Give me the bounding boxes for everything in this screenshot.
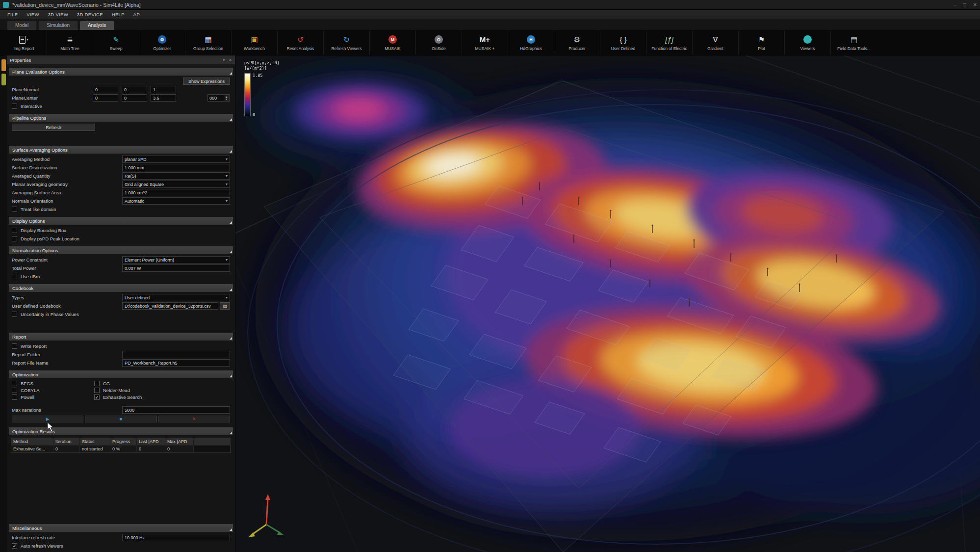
power-constraint-select[interactable]: Element Power (Uniform) (122, 256, 230, 263)
function-of-electric-button[interactable]: [ƒ] Function of Electric (646, 31, 693, 54)
section-surface-averaging[interactable]: Surface Averaging Options (9, 146, 233, 154)
nelder-mead-checkbox[interactable] (94, 388, 100, 393)
exhaustive-search-checkbox[interactable] (94, 394, 100, 400)
menu-view[interactable]: VIEW (22, 11, 43, 18)
surface-discretization-field[interactable]: 1.000 mm (122, 164, 230, 171)
cobyla-checkbox[interactable] (12, 388, 17, 393)
plane-center-y-field[interactable]: 0 (122, 94, 147, 102)
planar-geometry-select[interactable]: Grid aligned Square (122, 181, 230, 188)
stop-icon: ■ (120, 417, 122, 421)
stop-optimization-button[interactable]: ■ (85, 416, 156, 422)
refresh-viewers-button[interactable]: ↻ Refresh Viewers (324, 31, 370, 54)
optimizer-button[interactable]: ⚙ Optimizer (139, 31, 185, 54)
plot-button[interactable]: ⚑ Plot (739, 31, 785, 54)
report-folder-field[interactable] (122, 351, 230, 358)
section-normalization-options[interactable]: Normalization Options (9, 246, 233, 254)
minimize-button[interactable]: – (954, 2, 956, 7)
section-optimization-results[interactable]: Optimization Results (9, 427, 233, 435)
write-report-checkbox[interactable] (12, 343, 17, 349)
section-optimization[interactable]: Optimization (9, 370, 233, 378)
viewport-3d-scene[interactable] (235, 55, 980, 552)
reset-analysis-button[interactable]: ↺ Reset Analysis (278, 31, 324, 54)
math-tree-button[interactable]: ≣ Math Tree (47, 31, 93, 54)
hdgraphics-button[interactable]: H HdGraphics (508, 31, 554, 54)
menu-3d-view[interactable]: 3D VIEW (44, 11, 73, 18)
codebook-type-select[interactable]: User defined (122, 294, 230, 301)
tab-simulation[interactable]: Simulation (38, 21, 78, 30)
onside-icon: O (435, 35, 443, 45)
plane-normal-x-field[interactable]: 0 (93, 86, 118, 93)
workbench-button[interactable]: ▣ Workbench (232, 31, 278, 54)
user-defined-button[interactable]: { } User Defined (600, 31, 646, 54)
gradient-button[interactable]: ∇ Gradient (693, 31, 739, 54)
powell-checkbox[interactable] (12, 394, 17, 400)
img-report-button[interactable]: ▾ Img Report (1, 31, 47, 54)
menu-file[interactable]: FILE (3, 11, 22, 18)
panel-pin-icon[interactable]: ▾ (223, 58, 225, 62)
interactive-checkbox[interactable] (12, 104, 17, 109)
legend-max-value: 1.85 (253, 73, 262, 78)
section-plane-evaluation-options[interactable]: Plane Evaluation Options (9, 68, 233, 76)
cg-checkbox[interactable] (94, 381, 100, 386)
musaik-button[interactable]: M MUSAIK (370, 31, 416, 54)
producer-gears-icon: ⚙ (574, 35, 580, 45)
uncertainty-checkbox[interactable] (12, 312, 17, 317)
refresh-button[interactable]: Refresh (12, 124, 95, 131)
field-data-tools-button[interactable]: ▤ Field Data Tools... (831, 31, 877, 54)
plane-center-label: PlaneCenter (12, 95, 93, 101)
group-selection-button[interactable]: ▦ Group Selection (185, 31, 232, 54)
tab-analysis[interactable]: Analysis (79, 21, 114, 30)
section-codebook[interactable]: Codebook (9, 284, 233, 292)
axis-z-arrow (265, 494, 270, 500)
onside-button[interactable]: O OnSide (416, 31, 462, 54)
averaged-quantity-select[interactable]: Re(S) (122, 172, 230, 180)
maximize-button[interactable]: □ (963, 2, 966, 7)
sweep-button[interactable]: ✎ Sweep (93, 31, 139, 54)
spinner-arrows-icon[interactable]: ▲▼ (225, 94, 230, 102)
cancel-optimization-button[interactable]: ✕ (158, 416, 230, 422)
use-dbm-checkbox[interactable] (12, 274, 17, 279)
normals-orientation-select[interactable]: Automatic (122, 197, 230, 205)
plane-normal-y-field[interactable]: 0 (122, 86, 147, 93)
section-report[interactable]: Report (9, 333, 233, 341)
browse-folder-icon[interactable]: ▤ (220, 302, 230, 310)
refresh-icon: ↻ (343, 35, 350, 45)
max-iterations-field[interactable]: 5000 (122, 406, 230, 414)
bfgs-checkbox[interactable] (12, 381, 17, 386)
total-power-field[interactable]: 0.007 W (122, 264, 230, 272)
tab-model[interactable]: Model (7, 21, 37, 30)
musaik-plus-button[interactable]: M+ MUSAIK + (462, 31, 508, 54)
section-pipeline-options[interactable]: Pipeline Options (9, 114, 233, 122)
auto-refresh-checkbox[interactable] (12, 543, 17, 549)
refresh-rate-field[interactable]: 10.000 Hz (122, 534, 230, 541)
averaging-area-field[interactable]: 1.000 cm^2 (122, 189, 230, 196)
panel-close-icon[interactable]: ✕ (229, 58, 232, 62)
viewers-button[interactable]: Viewers (785, 31, 831, 54)
dock-tab-tree[interactable] (1, 74, 6, 85)
menu-ap[interactable]: AP (129, 11, 144, 18)
show-expressions-button[interactable]: Show Expressions (183, 78, 230, 85)
table-row[interactable]: Exhaustive Se... 0 not started 0 % 0 0 (11, 445, 231, 452)
producer-button[interactable]: ⚙ Producer (554, 31, 600, 54)
section-miscellaneous[interactable]: Miscellaneous (9, 524, 233, 532)
plane-center-z-field[interactable]: 3.6 (151, 94, 176, 102)
brush-icon: ✎ (113, 35, 119, 45)
mode-tab-row: Model Simulation Analysis (0, 19, 980, 30)
close-button[interactable]: ✕ (973, 2, 977, 7)
plane-center-x-field[interactable]: 0 (93, 94, 118, 102)
menu-help[interactable]: HELP (107, 11, 129, 18)
run-optimization-button[interactable]: ▶ (12, 416, 83, 422)
codebook-path-field[interactable]: D:\codebook_validation_device_32ports.cs… (122, 302, 218, 310)
averaging-method-select[interactable]: planar xPD (122, 156, 230, 163)
treat-like-domain-checkbox[interactable] (12, 207, 17, 212)
report-file-field[interactable]: PD_Workbench_Report.h5 (122, 359, 230, 367)
plane-normal-z-field[interactable]: 1 (151, 86, 176, 93)
viewport-3d[interactable]: psPD[x,y,z,f0] [W/(m^2)] 1.85 0 (235, 55, 980, 552)
menu-3d-device[interactable]: 3D DEVICE (73, 11, 107, 18)
plane-spinner[interactable]: 800 ▲▼ (207, 94, 230, 102)
section-display-options[interactable]: Display Options (9, 217, 233, 225)
reset-icon: ↺ (297, 35, 304, 45)
display-bounding-box-checkbox[interactable] (12, 228, 17, 233)
display-peak-location-checkbox[interactable] (12, 236, 17, 241)
dock-tab-explorer[interactable] (1, 59, 6, 71)
